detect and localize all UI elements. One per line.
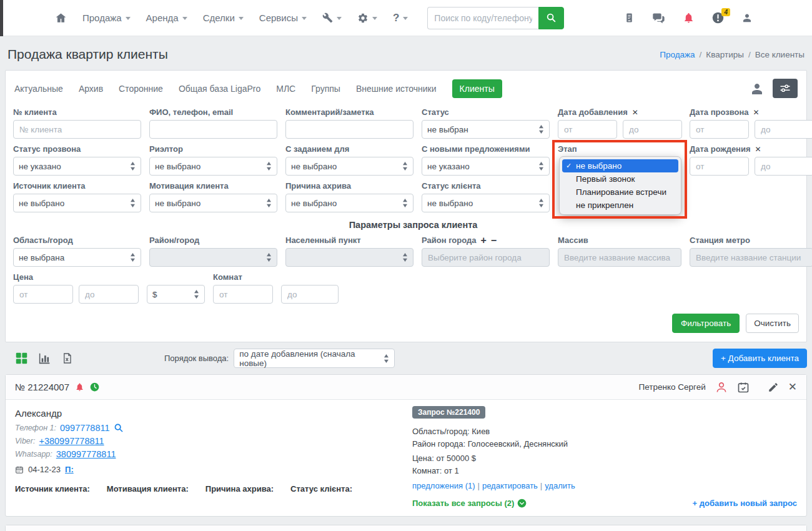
grid-view-icon[interactable] [15, 352, 28, 365]
tab-mls[interactable]: МЛС [276, 84, 295, 94]
birth-date-to-input[interactable] [755, 157, 812, 176]
realtor-select[interactable]: не выбрано [149, 157, 277, 176]
with-new-offers-select[interactable]: не указано [422, 157, 550, 176]
rooms-to-input[interactable] [281, 285, 339, 304]
search-button[interactable] [538, 7, 564, 29]
clock-status-icon[interactable] [90, 382, 99, 392]
journal-icon[interactable] [624, 12, 635, 24]
add-client-button[interactable]: + Добавить клиента [713, 349, 807, 368]
search-input[interactable] [427, 7, 538, 29]
alerts-icon[interactable]: 4 [711, 11, 725, 24]
with-task-select[interactable]: не выбрано [285, 157, 413, 176]
stage-option[interactable]: Первый звонок [562, 172, 678, 186]
delete-request-link[interactable]: удалить [545, 481, 575, 490]
date-call-from-input[interactable] [690, 120, 749, 139]
wrench-icon [322, 12, 333, 23]
filter-currency: $ [147, 285, 205, 304]
region-select[interactable]: не выбрана [13, 248, 141, 267]
archive-reason-select[interactable]: не выбрано [285, 194, 413, 212]
whatsapp-link[interactable]: 380997778811 [56, 449, 116, 459]
filter-clear-button[interactable]: Очистить [746, 314, 799, 333]
user-icon[interactable] [741, 12, 753, 24]
breadcrumb-sale[interactable]: Продажа [660, 50, 695, 59]
tab-third-party[interactable]: Сторонние [119, 84, 163, 94]
stage-option-selected[interactable]: ✓ не выбрано [562, 159, 678, 172]
nav-item-deals[interactable]: Сделки [203, 12, 244, 23]
messages-icon[interactable] [651, 12, 666, 24]
fio-input[interactable] [149, 120, 277, 139]
breadcrumb-separator: / [700, 50, 702, 59]
select-arrows-icon [402, 162, 408, 171]
status-select[interactable]: не выбран [422, 120, 550, 139]
p-link[interactable]: П: [65, 465, 74, 474]
client-number-input[interactable] [13, 120, 141, 139]
tools-menu[interactable] [322, 12, 342, 23]
birth-date-from-input[interactable] [690, 157, 749, 176]
client-status-select[interactable]: не выбрано [422, 194, 550, 212]
nav-menu: Продажа Аренда Сделки Сервисы ? [55, 7, 564, 29]
clear-birth-date-icon[interactable]: ✕ [755, 145, 761, 154]
price-to-input[interactable] [79, 285, 139, 304]
comment-input[interactable] [285, 120, 413, 139]
offers-link[interactable]: предложения (1) [412, 481, 475, 490]
client-view-user-icon[interactable] [750, 81, 765, 96]
motivation-select[interactable]: не выбрано [149, 194, 277, 212]
order-select[interactable]: по дате добавления (сначала новые) [234, 349, 395, 368]
currency-select[interactable]: $ [147, 285, 205, 304]
call-status-select[interactable]: не указано [13, 157, 141, 176]
request-badge: Запрос №221400 [412, 406, 485, 419]
select-arrows-icon [402, 253, 408, 262]
tab-groups[interactable]: Группы [311, 84, 340, 94]
filter-massif: Массив [558, 236, 681, 267]
source-select[interactable]: не выбрано [13, 194, 141, 212]
help-menu[interactable]: ? [393, 12, 408, 24]
stage-option[interactable]: Планирование встречи [562, 186, 678, 199]
nav-item-services[interactable]: Сервисы [259, 12, 307, 23]
show-all-requests-link[interactable]: Показать все запросы (2) [412, 499, 527, 508]
notifications-bell-icon[interactable] [683, 11, 695, 24]
nav-item-sale[interactable]: Продажа [82, 12, 131, 23]
rooms-from-input[interactable] [213, 285, 273, 304]
filter-settlement: Населенный пункт [285, 236, 413, 267]
chart-view-icon[interactable] [38, 352, 51, 365]
nav-item-rent[interactable]: Аренда [146, 12, 187, 23]
filter-region: Область/город не выбрана [13, 236, 141, 267]
phone-link[interactable]: 0997778811 [60, 423, 110, 433]
calendar-task-icon[interactable] [737, 381, 750, 394]
filter-apply-button[interactable]: Фильтровать [672, 314, 740, 333]
date-added-from-input[interactable] [558, 120, 617, 139]
phone-search-icon[interactable] [114, 423, 124, 433]
tab-external-sources[interactable]: Внешние источники [356, 84, 437, 94]
excel-export-icon[interactable] [61, 352, 73, 365]
tabs-row: Актуальные Архив Сторонние Общая база Li… [6, 71, 806, 104]
filter-source: Источник клиента не выбрано [13, 181, 141, 212]
edit-pencil-icon[interactable] [768, 382, 779, 393]
settings-menu[interactable] [357, 12, 377, 24]
clear-date-added-icon[interactable]: ✕ [632, 108, 638, 117]
home-icon[interactable] [55, 12, 67, 24]
date-added-to-input[interactable] [623, 120, 682, 139]
chevron-down-icon [126, 17, 131, 20]
breadcrumb-apartments: Квартиры [706, 50, 744, 59]
close-card-icon[interactable]: ✕ [788, 382, 797, 392]
tab-actual[interactable]: Актуальные [14, 84, 63, 94]
filter-client-status: Статус клієнта не выбрано [422, 181, 550, 212]
remove-city-district-icon[interactable]: − [491, 235, 497, 246]
clear-date-call-icon[interactable]: ✕ [753, 108, 760, 117]
filter-district: Район/город [149, 236, 277, 267]
select-arrows-icon [130, 199, 136, 207]
viber-link[interactable]: +380997778811 [39, 436, 104, 446]
add-request-link[interactable]: + добавить новый запрос [693, 499, 797, 508]
agent-profile-icon[interactable] [715, 381, 728, 394]
stage-option[interactable]: не прикреплен [562, 199, 678, 212]
tab-clients-active[interactable]: Клиенты [452, 79, 502, 98]
reminder-bell-icon[interactable] [75, 382, 84, 392]
question-icon: ? [393, 12, 399, 24]
tab-archive[interactable]: Архив [79, 84, 103, 94]
price-from-input[interactable] [13, 285, 73, 304]
filter-settings-button[interactable] [773, 79, 798, 98]
add-city-district-icon[interactable]: + [481, 235, 487, 246]
date-call-to-input[interactable] [755, 120, 812, 139]
tab-ligapro-base[interactable]: Общая база LigaPro [179, 84, 260, 94]
edit-request-link[interactable]: редактировать [482, 481, 538, 490]
